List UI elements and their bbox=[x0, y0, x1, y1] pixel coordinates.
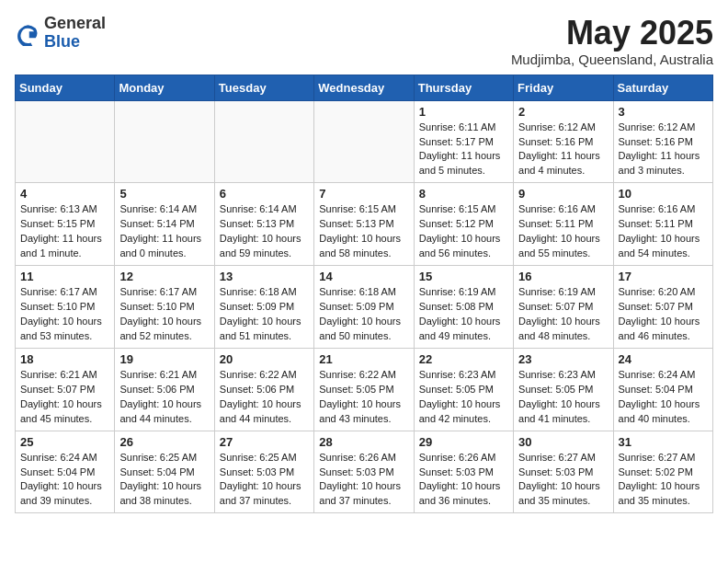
day-number: 24 bbox=[619, 352, 708, 366]
calendar-cell: 6Sunrise: 6:14 AM Sunset: 5:13 PM Daylig… bbox=[214, 183, 313, 266]
calendar-cell: 28Sunrise: 6:26 AM Sunset: 5:03 PM Dayli… bbox=[314, 431, 414, 513]
day-info: Sunrise: 6:21 AM Sunset: 5:06 PM Dayligh… bbox=[119, 368, 209, 427]
day-info: Sunrise: 6:22 AM Sunset: 5:05 PM Dayligh… bbox=[319, 368, 408, 427]
weekday-header-wednesday: Wednesday bbox=[314, 75, 414, 100]
day-number: 17 bbox=[619, 270, 708, 283]
calendar-cell: 1Sunrise: 6:11 AM Sunset: 5:17 PM Daylig… bbox=[414, 100, 513, 183]
calendar-cell: 2Sunrise: 6:12 AM Sunset: 5:16 PM Daylig… bbox=[514, 100, 613, 183]
day-number: 30 bbox=[518, 435, 608, 449]
day-info: Sunrise: 6:23 AM Sunset: 5:05 PM Dayligh… bbox=[518, 368, 608, 427]
day-info: Sunrise: 6:26 AM Sunset: 5:03 PM Dayligh… bbox=[319, 451, 408, 510]
calendar-cell: 18Sunrise: 6:21 AM Sunset: 5:07 PM Dayli… bbox=[16, 348, 115, 431]
calendar-cell: 20Sunrise: 6:22 AM Sunset: 5:06 PM Dayli… bbox=[214, 348, 313, 431]
day-info: Sunrise: 6:15 AM Sunset: 5:13 PM Dayligh… bbox=[319, 202, 408, 261]
day-number: 31 bbox=[619, 435, 708, 449]
day-number: 8 bbox=[419, 187, 508, 201]
day-info: Sunrise: 6:19 AM Sunset: 5:08 PM Dayligh… bbox=[419, 285, 508, 344]
day-info: Sunrise: 6:27 AM Sunset: 5:03 PM Dayligh… bbox=[518, 451, 608, 510]
day-info: Sunrise: 6:18 AM Sunset: 5:09 PM Dayligh… bbox=[220, 285, 309, 344]
day-number: 4 bbox=[20, 187, 109, 201]
week-row-5: 25Sunrise: 6:24 AM Sunset: 5:04 PM Dayli… bbox=[16, 431, 713, 513]
day-info: Sunrise: 6:13 AM Sunset: 5:15 PM Dayligh… bbox=[20, 202, 109, 261]
calendar-cell: 13Sunrise: 6:18 AM Sunset: 5:09 PM Dayli… bbox=[214, 266, 313, 349]
calendar-cell: 5Sunrise: 6:14 AM Sunset: 5:14 PM Daylig… bbox=[115, 183, 214, 266]
calendar-cell: 25Sunrise: 6:24 AM Sunset: 5:04 PM Dayli… bbox=[16, 431, 115, 513]
day-number: 21 bbox=[319, 352, 408, 366]
calendar-cell: 26Sunrise: 6:25 AM Sunset: 5:04 PM Dayli… bbox=[115, 431, 214, 513]
logo-icon bbox=[15, 20, 40, 46]
day-info: Sunrise: 6:16 AM Sunset: 5:11 PM Dayligh… bbox=[619, 202, 708, 261]
day-number: 18 bbox=[20, 352, 109, 366]
day-number: 28 bbox=[319, 435, 408, 449]
day-number: 29 bbox=[419, 435, 508, 449]
week-row-4: 18Sunrise: 6:21 AM Sunset: 5:07 PM Dayli… bbox=[16, 348, 713, 431]
day-info: Sunrise: 6:14 AM Sunset: 5:14 PM Dayligh… bbox=[119, 202, 209, 261]
calendar-cell: 30Sunrise: 6:27 AM Sunset: 5:03 PM Dayli… bbox=[514, 431, 613, 513]
weekday-header-saturday: Saturday bbox=[613, 75, 712, 100]
day-info: Sunrise: 6:18 AM Sunset: 5:09 PM Dayligh… bbox=[319, 285, 408, 344]
day-number: 19 bbox=[119, 352, 209, 366]
day-number: 9 bbox=[518, 187, 608, 201]
calendar-cell: 11Sunrise: 6:17 AM Sunset: 5:10 PM Dayli… bbox=[16, 266, 115, 349]
day-number: 25 bbox=[20, 435, 109, 449]
calendar: SundayMondayTuesdayWednesdayThursdayFrid… bbox=[15, 75, 713, 514]
calendar-cell: 8Sunrise: 6:15 AM Sunset: 5:12 PM Daylig… bbox=[414, 183, 513, 266]
calendar-cell bbox=[115, 100, 214, 183]
calendar-cell: 7Sunrise: 6:15 AM Sunset: 5:13 PM Daylig… bbox=[314, 183, 414, 266]
calendar-cell: 27Sunrise: 6:25 AM Sunset: 5:03 PM Dayli… bbox=[214, 431, 313, 513]
calendar-cell: 23Sunrise: 6:23 AM Sunset: 5:05 PM Dayli… bbox=[514, 348, 613, 431]
day-number: 20 bbox=[220, 352, 309, 366]
day-info: Sunrise: 6:27 AM Sunset: 5:02 PM Dayligh… bbox=[619, 451, 708, 510]
day-number: 22 bbox=[419, 352, 508, 366]
calendar-cell: 14Sunrise: 6:18 AM Sunset: 5:09 PM Dayli… bbox=[314, 266, 414, 349]
logo: General Blue bbox=[15, 15, 106, 52]
calendar-cell: 15Sunrise: 6:19 AM Sunset: 5:08 PM Dayli… bbox=[414, 266, 513, 349]
day-info: Sunrise: 6:23 AM Sunset: 5:05 PM Dayligh… bbox=[419, 368, 508, 427]
logo-general: General bbox=[44, 15, 106, 33]
day-info: Sunrise: 6:24 AM Sunset: 5:04 PM Dayligh… bbox=[20, 451, 109, 510]
day-info: Sunrise: 6:12 AM Sunset: 5:16 PM Dayligh… bbox=[518, 121, 608, 179]
calendar-cell: 29Sunrise: 6:26 AM Sunset: 5:03 PM Dayli… bbox=[414, 431, 513, 513]
weekday-header-monday: Monday bbox=[115, 75, 214, 100]
day-number: 6 bbox=[220, 187, 309, 201]
day-number: 14 bbox=[319, 270, 408, 283]
day-number: 16 bbox=[518, 270, 608, 283]
page-header: General Blue May 2025 Mudjimba, Queensla… bbox=[15, 15, 713, 67]
day-number: 5 bbox=[119, 187, 209, 201]
logo-text: General Blue bbox=[44, 15, 106, 52]
day-number: 27 bbox=[220, 435, 309, 449]
calendar-cell: 9Sunrise: 6:16 AM Sunset: 5:11 PM Daylig… bbox=[514, 183, 613, 266]
day-info: Sunrise: 6:26 AM Sunset: 5:03 PM Dayligh… bbox=[419, 451, 508, 510]
location: Mudjimba, Queensland, Australia bbox=[511, 52, 713, 67]
title-block: May 2025 Mudjimba, Queensland, Australia bbox=[511, 15, 713, 67]
day-number: 7 bbox=[319, 187, 408, 201]
calendar-cell: 12Sunrise: 6:17 AM Sunset: 5:10 PM Dayli… bbox=[115, 266, 214, 349]
weekday-header-thursday: Thursday bbox=[414, 75, 513, 100]
day-number: 23 bbox=[518, 352, 608, 366]
calendar-cell: 3Sunrise: 6:12 AM Sunset: 5:16 PM Daylig… bbox=[613, 100, 712, 183]
calendar-cell: 17Sunrise: 6:20 AM Sunset: 5:07 PM Dayli… bbox=[613, 266, 712, 349]
week-row-2: 4Sunrise: 6:13 AM Sunset: 5:15 PM Daylig… bbox=[16, 183, 713, 266]
day-number: 10 bbox=[619, 187, 708, 201]
calendar-cell: 31Sunrise: 6:27 AM Sunset: 5:02 PM Dayli… bbox=[613, 431, 712, 513]
day-info: Sunrise: 6:11 AM Sunset: 5:17 PM Dayligh… bbox=[419, 121, 508, 179]
calendar-cell: 4Sunrise: 6:13 AM Sunset: 5:15 PM Daylig… bbox=[16, 183, 115, 266]
day-number: 12 bbox=[119, 270, 209, 283]
day-info: Sunrise: 6:21 AM Sunset: 5:07 PM Dayligh… bbox=[20, 368, 109, 427]
day-info: Sunrise: 6:25 AM Sunset: 5:03 PM Dayligh… bbox=[220, 451, 309, 510]
day-info: Sunrise: 6:15 AM Sunset: 5:12 PM Dayligh… bbox=[419, 202, 508, 261]
day-number: 1 bbox=[419, 105, 508, 119]
week-row-3: 11Sunrise: 6:17 AM Sunset: 5:10 PM Dayli… bbox=[16, 266, 713, 349]
day-info: Sunrise: 6:17 AM Sunset: 5:10 PM Dayligh… bbox=[119, 285, 209, 344]
weekday-header-row: SundayMondayTuesdayWednesdayThursdayFrid… bbox=[16, 75, 713, 100]
calendar-cell bbox=[214, 100, 313, 183]
day-number: 15 bbox=[419, 270, 508, 283]
day-number: 26 bbox=[119, 435, 209, 449]
calendar-cell bbox=[16, 100, 115, 183]
day-info: Sunrise: 6:16 AM Sunset: 5:11 PM Dayligh… bbox=[518, 202, 608, 261]
day-number: 11 bbox=[20, 270, 109, 283]
day-info: Sunrise: 6:20 AM Sunset: 5:07 PM Dayligh… bbox=[619, 285, 708, 344]
day-info: Sunrise: 6:25 AM Sunset: 5:04 PM Dayligh… bbox=[119, 451, 209, 510]
day-info: Sunrise: 6:12 AM Sunset: 5:16 PM Dayligh… bbox=[619, 121, 708, 179]
day-number: 13 bbox=[220, 270, 309, 283]
